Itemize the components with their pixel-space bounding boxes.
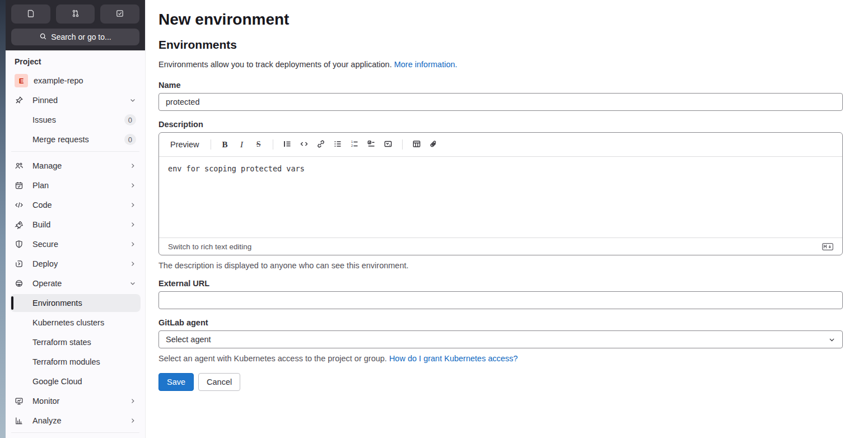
sidebar-divider [11, 432, 139, 433]
sidebar-item-plan[interactable]: Plan [10, 176, 141, 194]
sidebar-item-pinned[interactable]: Pinned [10, 91, 141, 109]
chevron-right-icon [129, 417, 136, 424]
sidebar-item-secure[interactable]: Secure [10, 235, 141, 253]
app-window: Search or go to... Project E example-rep… [0, 0, 868, 438]
external-url-label: External URL [158, 279, 843, 288]
operate-label: Operate [32, 279, 62, 288]
pinned-label: Pinned [32, 96, 58, 105]
name-input[interactable] [158, 93, 843, 111]
save-button[interactable]: Save [158, 373, 194, 391]
sidebar-item-kubernetes-clusters[interactable]: Kubernetes clusters [10, 314, 141, 332]
chevron-down-icon [129, 280, 136, 287]
main-content: New environment Environments Environment… [146, 0, 868, 438]
issues-shortcut-button[interactable] [11, 4, 50, 24]
collapsible-section-button[interactable] [381, 137, 395, 152]
ordered-list-button[interactable]: 12 [347, 137, 362, 152]
cancel-button[interactable]: Cancel [198, 373, 240, 391]
italic-button[interactable]: I [235, 137, 249, 152]
merge-requests-label: Merge requests [32, 135, 89, 144]
monitor-icon [15, 397, 24, 406]
markdown-editor: Preview B I S 12 env for scoping protect… [158, 132, 843, 255]
page-title: New environment [158, 10, 843, 29]
ordered-list-icon: 12 [350, 139, 359, 150]
chevron-right-icon [129, 260, 136, 267]
task-list-button[interactable] [364, 137, 379, 152]
merge-requests-shortcut-button[interactable] [56, 4, 95, 24]
more-information-link[interactable]: More information. [394, 60, 458, 69]
description-textarea[interactable]: env for scoping protected vars [159, 157, 842, 237]
table-button[interactable] [409, 137, 424, 152]
markdown-toolbar: Preview B I S 12 [159, 133, 842, 157]
sidebar-item-environments[interactable]: Environments [10, 294, 141, 312]
issues-count-badge: 0 [124, 114, 136, 125]
todo-list-shortcut-button[interactable] [100, 4, 139, 24]
sidebar-item-analyze[interactable]: Analyze [10, 412, 141, 430]
kubernetes-clusters-label: Kubernetes clusters [32, 318, 104, 327]
sidebar-item-merge-requests[interactable]: Merge requests 0 [10, 131, 141, 148]
sidebar: Search or go to... Project E example-rep… [6, 0, 146, 438]
form-actions: Save Cancel [158, 373, 843, 391]
sidebar-item-build[interactable]: Build [10, 216, 141, 234]
markdown-editor-footer: Switch to rich text editing [159, 237, 842, 255]
chevron-down-icon [828, 336, 836, 343]
code-button[interactable] [297, 137, 311, 152]
agent-select[interactable]: Select agent [158, 330, 843, 348]
chart-icon [15, 416, 24, 425]
deploy-label: Deploy [32, 259, 58, 268]
todo-check-icon [115, 9, 124, 20]
terraform-states-label: Terraform states [32, 338, 91, 347]
deploy-icon [15, 259, 24, 268]
sidebar-item-project[interactable]: E example-repo [10, 72, 141, 90]
sidebar-item-google-cloud[interactable]: Google Cloud [10, 372, 141, 390]
build-label: Build [32, 220, 50, 229]
chevron-right-icon [129, 221, 136, 228]
rocket-icon [15, 220, 24, 229]
issues-label: Issues [32, 115, 56, 124]
markdown-supported-icon[interactable] [822, 243, 833, 250]
calendar-icon [15, 181, 24, 190]
code-icon [300, 139, 309, 150]
italic-icon: I [240, 140, 243, 150]
environments-label: Environments [32, 299, 82, 307]
svg-text:2: 2 [351, 144, 353, 147]
sidebar-item-terraform-states[interactable]: Terraform states [10, 333, 141, 351]
strikethrough-icon: S [256, 140, 261, 149]
collapsible-section-icon [384, 139, 393, 150]
sidebar-body: Project E example-repo Pinned Issues 0 M… [6, 50, 145, 438]
secure-label: Secure [32, 240, 58, 249]
strikethrough-button[interactable]: S [251, 137, 266, 152]
globe-icon [15, 279, 24, 288]
active-indicator [11, 296, 13, 310]
toolbar-divider [402, 139, 403, 150]
plan-label: Plan [32, 181, 49, 190]
name-label: Name [158, 81, 843, 90]
users-icon [15, 161, 24, 170]
agent-helper: Select an agent with Kubernetes access t… [158, 353, 843, 364]
window-edge-strip [0, 0, 6, 438]
sidebar-item-operate[interactable]: Operate [10, 274, 141, 292]
attach-file-button[interactable] [426, 137, 441, 152]
bold-icon: B [222, 140, 228, 150]
chevron-right-icon [129, 162, 136, 169]
sidebar-item-terraform-modules[interactable]: Terraform modules [10, 353, 141, 371]
sidebar-item-monitor[interactable]: Monitor [10, 392, 141, 410]
agent-select-value: Select agent [166, 335, 211, 344]
sidebar-item-issues[interactable]: Issues 0 [10, 111, 141, 129]
bold-button[interactable]: B [218, 137, 232, 152]
quote-button[interactable] [280, 137, 295, 152]
kubernetes-access-link[interactable]: How do I grant Kubernetes access? [389, 354, 518, 363]
search-input[interactable]: Search or go to... [11, 29, 139, 45]
sidebar-item-manage[interactable]: Manage [10, 157, 141, 175]
bullet-list-button[interactable] [330, 137, 345, 152]
link-button[interactable] [314, 137, 328, 152]
switch-to-rich-text-button[interactable]: Switch to rich text editing [168, 243, 251, 251]
chevron-right-icon [129, 398, 136, 404]
external-url-input[interactable] [158, 291, 843, 309]
sidebar-item-deploy[interactable]: Deploy [10, 255, 141, 273]
merge-requests-count-badge: 0 [124, 134, 136, 145]
preview-tab[interactable]: Preview [166, 138, 204, 151]
sidebar-top-bar: Search or go to... [6, 0, 145, 50]
paperclip-icon [429, 139, 438, 150]
sidebar-item-code[interactable]: Code [10, 196, 141, 214]
table-icon [412, 139, 421, 150]
